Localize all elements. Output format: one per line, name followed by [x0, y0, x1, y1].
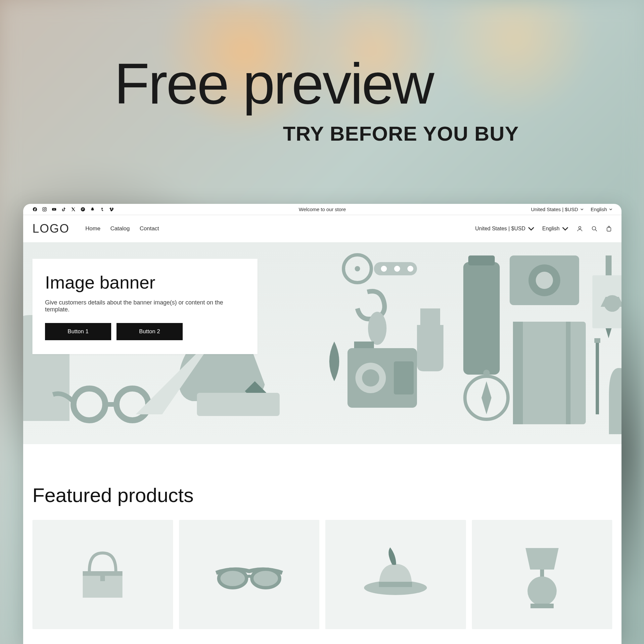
- svg-point-20: [362, 369, 379, 387]
- svg-rect-22: [354, 342, 374, 348]
- vimeo-icon[interactable]: [109, 207, 114, 212]
- chevron-down-icon: [528, 225, 534, 232]
- svg-rect-32: [566, 322, 571, 424]
- chevron-down-icon: [562, 225, 569, 232]
- featured-title: Featured products: [32, 484, 612, 507]
- facebook-icon[interactable]: [32, 207, 37, 212]
- announcement-text: Welcome to our store: [299, 207, 346, 212]
- announcement-bar: Welcome to our store United States | $US…: [23, 204, 621, 215]
- main-nav: Home Catalog Contact: [85, 225, 159, 232]
- hat-icon: [359, 541, 432, 608]
- nav-contact[interactable]: Contact: [140, 225, 159, 232]
- svg-point-4: [81, 207, 85, 211]
- x-icon[interactable]: [71, 207, 76, 212]
- svg-rect-10: [197, 393, 280, 416]
- svg-point-9: [116, 389, 148, 420]
- svg-rect-34: [594, 338, 600, 343]
- chevron-down-icon: [580, 208, 583, 211]
- language-selector-header[interactable]: English: [542, 225, 569, 232]
- tiktok-icon[interactable]: [61, 207, 66, 212]
- svg-rect-23: [463, 262, 500, 375]
- cart-icon[interactable]: [606, 225, 612, 232]
- region-selector-top[interactable]: United States | $USD: [531, 207, 583, 212]
- svg-point-41: [252, 569, 280, 588]
- store-preview-window: Welcome to our store United States | $US…: [23, 204, 621, 644]
- tumblr-icon[interactable]: [100, 207, 105, 212]
- hero-title: Image banner: [45, 272, 245, 293]
- search-icon[interactable]: [591, 225, 598, 232]
- svg-rect-33: [596, 342, 599, 414]
- nav-home[interactable]: Home: [85, 225, 100, 232]
- language-selector-top[interactable]: English: [591, 207, 612, 212]
- svg-point-14: [381, 266, 387, 272]
- pinterest-icon[interactable]: [80, 207, 85, 212]
- svg-point-36: [483, 370, 490, 376]
- svg-point-17: [368, 312, 387, 345]
- store-logo[interactable]: LOGO: [32, 222, 69, 236]
- instagram-icon[interactable]: [42, 207, 47, 212]
- chevron-down-icon: [609, 208, 612, 211]
- hero-banner: Image banner Give customers details abou…: [23, 242, 621, 444]
- svg-point-2: [45, 208, 46, 208]
- nav-catalog[interactable]: Catalog: [110, 225, 130, 232]
- sunglasses-icon: [209, 541, 289, 608]
- svg-point-27: [536, 272, 553, 289]
- account-icon[interactable]: [576, 225, 583, 232]
- svg-point-40: [219, 569, 247, 588]
- hero-button-1[interactable]: Button 1: [45, 323, 111, 340]
- youtube-icon[interactable]: [52, 207, 57, 212]
- hero-description: Give customers details about the banner …: [45, 299, 245, 313]
- handbag-icon: [69, 541, 136, 608]
- svg-point-45: [528, 576, 557, 606]
- svg-point-12: [355, 266, 360, 271]
- svg-rect-39: [100, 576, 105, 581]
- svg-rect-7: [607, 228, 611, 231]
- svg-point-6: [592, 226, 596, 230]
- featured-section: Featured products: [23, 444, 621, 629]
- hero-card: Image banner Give customers details abou…: [32, 259, 257, 354]
- snapchat-icon[interactable]: [90, 207, 95, 212]
- product-card[interactable]: [472, 520, 613, 629]
- svg-point-16: [407, 266, 413, 272]
- svg-point-15: [394, 266, 400, 272]
- promo-overlay: Free preview TRY BEFORE YOU BUY: [114, 55, 519, 145]
- svg-point-5: [579, 226, 581, 229]
- promo-subtitle: TRY BEFORE YOU BUY: [283, 122, 519, 145]
- social-icons: [32, 207, 114, 212]
- main-header: LOGO Home Catalog Contact United States …: [23, 215, 621, 242]
- product-card[interactable]: [32, 520, 173, 629]
- product-card[interactable]: [325, 520, 466, 629]
- svg-rect-24: [468, 255, 495, 265]
- svg-rect-43: [379, 582, 412, 587]
- svg-rect-30: [513, 322, 586, 424]
- svg-point-1: [44, 208, 45, 210]
- region-selector-header[interactable]: United States | $USD: [475, 225, 534, 232]
- hero-button-2[interactable]: Button 2: [116, 323, 183, 340]
- svg-rect-31: [513, 322, 523, 424]
- svg-rect-46: [530, 604, 554, 608]
- product-card[interactable]: [179, 520, 320, 629]
- promo-title: Free preview: [114, 55, 519, 113]
- svg-point-8: [73, 389, 105, 420]
- svg-rect-38: [83, 571, 122, 576]
- lamp-icon: [512, 538, 572, 611]
- svg-rect-21: [394, 361, 414, 394]
- product-grid: [32, 520, 612, 629]
